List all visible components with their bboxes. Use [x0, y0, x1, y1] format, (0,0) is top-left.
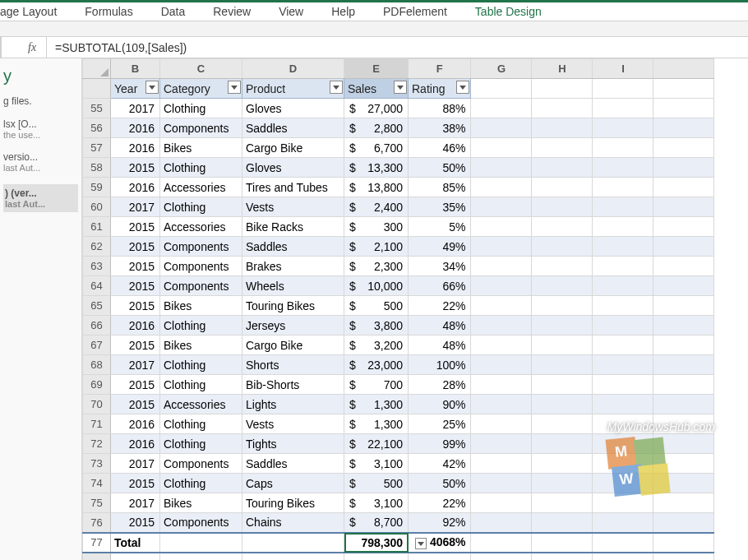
row-header[interactable]: 75 — [83, 493, 111, 513]
cell[interactable] — [593, 434, 653, 454]
cell-product[interactable]: Bib-Shorts — [242, 375, 344, 395]
cell[interactable] — [471, 355, 532, 375]
cell-product[interactable]: Saddles — [242, 118, 344, 138]
cell[interactable] — [242, 553, 344, 561]
cell-category[interactable]: Components — [160, 454, 242, 474]
cell-sales[interactable]: $10,000 — [344, 276, 409, 296]
cell[interactable] — [593, 237, 653, 257]
row-header[interactable]: 67 — [83, 336, 111, 355]
cell-rating[interactable]: 66% — [409, 276, 471, 296]
cell[interactable] — [471, 553, 532, 561]
cell[interactable] — [471, 533, 532, 553]
cell[interactable] — [471, 99, 532, 118]
cell-category[interactable]: Clothing — [160, 355, 242, 375]
row-header[interactable]: 74 — [83, 474, 111, 493]
cell-rating[interactable]: 28% — [409, 375, 471, 395]
ribbon-tab-review[interactable]: Review — [213, 5, 251, 18]
table-header-sales[interactable]: Sales — [344, 79, 409, 99]
cell-year[interactable]: 2015 — [111, 257, 160, 276]
cell-year[interactable]: 2017 — [111, 197, 160, 217]
cell[interactable] — [653, 99, 714, 118]
cell-sales[interactable]: $3,100 — [344, 454, 409, 474]
cell-category[interactable]: Components — [160, 118, 242, 138]
cell-sales[interactable]: $13,300 — [344, 158, 409, 178]
row-header[interactable]: 59 — [83, 178, 111, 197]
column-header[interactable]: H — [532, 59, 593, 79]
cell[interactable] — [653, 533, 714, 553]
ribbon-tab-pdfelement[interactable]: PDFelement — [383, 5, 447, 18]
cell[interactable] — [653, 118, 714, 138]
cell-sales[interactable]: $2,800 — [344, 118, 409, 138]
cell-rating[interactable]: 25% — [409, 414, 471, 434]
cell-year[interactable]: 2016 — [111, 118, 160, 138]
cell-year[interactable]: 2015 — [111, 474, 160, 493]
column-header[interactable]: I — [593, 59, 653, 79]
cell-category[interactable]: Clothing — [160, 99, 242, 118]
cell[interactable] — [532, 336, 593, 355]
cell-rating[interactable]: 99% — [409, 434, 471, 454]
cell-rating[interactable]: 48% — [409, 336, 471, 355]
cell[interactable] — [653, 158, 714, 178]
ribbon-tab-help[interactable]: Help — [331, 5, 355, 18]
cell[interactable] — [653, 474, 714, 493]
cell[interactable] — [532, 217, 593, 237]
cell-rating[interactable]: 50% — [409, 474, 471, 493]
cell-product[interactable]: Vests — [242, 414, 344, 434]
cell[interactable] — [653, 178, 714, 197]
cell[interactable] — [593, 336, 653, 355]
cell[interactable] — [471, 257, 532, 276]
total-dropdown-icon[interactable] — [415, 538, 427, 549]
cell-sales[interactable]: $6,700 — [344, 138, 409, 158]
cell[interactable] — [532, 355, 593, 375]
cell[interactable] — [409, 553, 471, 561]
cell-product[interactable]: Gloves — [242, 158, 344, 178]
cell[interactable] — [593, 138, 653, 158]
worksheet-grid[interactable]: BCDEFGHIYearCategoryProductSalesRating55… — [82, 58, 748, 560]
cell[interactable] — [593, 99, 653, 118]
cell[interactable] — [532, 395, 593, 414]
cell-product[interactable]: Bike Racks — [242, 217, 344, 237]
cell-category[interactable]: Clothing — [160, 375, 242, 395]
cell[interactable] — [471, 178, 532, 197]
cell-product[interactable]: Caps — [242, 474, 344, 493]
cell[interactable] — [593, 355, 653, 375]
cell[interactable] — [471, 237, 532, 257]
recent-file-item[interactable]: ) (ver...last Aut... — [3, 184, 78, 212]
cell[interactable] — [160, 553, 242, 561]
cell-rating[interactable]: 42% — [409, 454, 471, 474]
cell-rating[interactable]: 100% — [409, 355, 471, 375]
cell-category[interactable]: Accessories — [160, 395, 242, 414]
cell-category[interactable]: Bikes — [160, 493, 242, 513]
cell[interactable] — [471, 217, 532, 237]
cell-sales[interactable]: $2,300 — [344, 257, 409, 276]
cell-category[interactable]: Bikes — [160, 296, 242, 316]
cell-product[interactable]: Touring Bikes — [242, 493, 344, 513]
cell-sales[interactable]: $8,700 — [344, 513, 409, 533]
cell-sales[interactable]: $1,300 — [344, 414, 409, 434]
cell-category[interactable]: Components — [160, 276, 242, 296]
ribbon-tab-formulas[interactable]: Formulas — [85, 5, 132, 18]
row-header[interactable]: 58 — [83, 158, 111, 178]
cell-rating[interactable]: 34% — [409, 257, 471, 276]
row-header[interactable] — [83, 79, 111, 99]
cell[interactable] — [593, 79, 653, 99]
cell-category[interactable]: Accessories — [160, 217, 242, 237]
cell[interactable] — [111, 553, 160, 561]
cell-category[interactable]: Bikes — [160, 138, 242, 158]
cell-sales[interactable]: $23,000 — [344, 355, 409, 375]
cell[interactable] — [653, 493, 714, 513]
cell-product[interactable]: Saddles — [242, 237, 344, 257]
cell[interactable] — [653, 237, 714, 257]
cell[interactable] — [471, 513, 532, 533]
cell[interactable] — [532, 158, 593, 178]
row-header[interactable]: 64 — [83, 276, 111, 296]
cell[interactable] — [593, 533, 653, 553]
column-header[interactable]: F — [409, 59, 471, 79]
cell-year[interactable]: 2017 — [111, 355, 160, 375]
cell-category[interactable]: Clothing — [160, 197, 242, 217]
cell[interactable] — [471, 296, 532, 316]
cell-product[interactable]: Touring Bikes — [242, 296, 344, 316]
row-header[interactable]: 77 — [83, 533, 111, 553]
cell[interactable] — [593, 197, 653, 217]
row-header[interactable]: 69 — [83, 375, 111, 395]
